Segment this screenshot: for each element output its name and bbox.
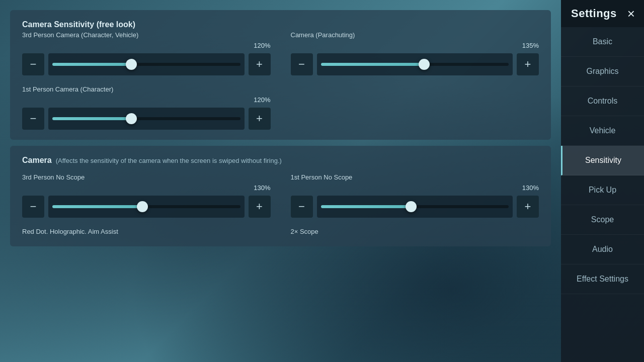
slider-label-1st-person: 1st Person Camera (Character): [22, 85, 271, 93]
sidebar-item-pickup[interactable]: Pick Up: [561, 175, 644, 205]
slider-fill-1st-no-scope: [321, 205, 411, 208]
sidebar-item-basic[interactable]: Basic: [561, 27, 644, 57]
empty-cell: [291, 85, 539, 130]
slider-label-1st-no-scope: 1st Person No Scope: [291, 173, 539, 181]
slider-track-container-parachuting[interactable]: [317, 53, 513, 75]
sidebar-header: Settings ×: [561, 0, 644, 27]
slider-group-1st-person: 1st Person Camera (Character) 120% − +: [22, 85, 271, 130]
slider-group-1st-no-scope: 1st Person No Scope 130% − +: [291, 173, 539, 218]
bottom-label-left: Red Dot. Holographic. Aim Assist: [22, 228, 271, 235]
slider-group-3rd-no-scope: 3rd Person No Scope 130% − +: [22, 173, 271, 218]
slider-label-parachuting: Camera (Parachuting): [291, 31, 539, 39]
slider-group-3rd-person: 3rd Person Camera (Character, Vehicle) 1…: [22, 31, 271, 75]
slider-track-container-3rd-no-scope[interactable]: [48, 196, 245, 218]
slider-track-container-3rd-person[interactable]: [48, 53, 245, 75]
slider-track-container-1st-no-scope[interactable]: [317, 196, 513, 218]
slider-track-container-1st-person[interactable]: [48, 108, 245, 130]
slider-thumb-3rd-person[interactable]: [126, 59, 137, 70]
slider-increment-1st-person[interactable]: +: [249, 108, 271, 130]
camera-card: Camera (Affects the sensitivity of the c…: [10, 146, 551, 246]
content-area: Camera Sensitivity (free look) 3rd Perso…: [0, 0, 561, 362]
sidebar-item-effect-settings[interactable]: Effect Settings: [561, 264, 644, 294]
slider-row-1st-no-scope: − +: [291, 196, 539, 218]
slider-fill-1st-person: [52, 117, 131, 120]
card2-header: Camera (Affects the sensitivity of the c…: [22, 156, 539, 172]
slider-thumb-parachuting[interactable]: [419, 59, 430, 70]
slider-value-1st-no-scope: 130%: [291, 184, 539, 192]
slider-value-3rd-person: 120%: [22, 42, 271, 49]
slider-fill-3rd-no-scope: [52, 205, 142, 208]
slider-track-1st-no-scope: [321, 205, 509, 208]
card2-sliders-grid: 3rd Person No Scope 130% − +: [22, 173, 539, 236]
camera-sensitivity-card: Camera Sensitivity (free look) 3rd Perso…: [10, 10, 551, 140]
slider-value-parachuting: 135%: [291, 42, 539, 49]
slider-increment-1st-no-scope[interactable]: +: [517, 196, 539, 218]
card2-subtitle: (Affects the sensitivity of the camera w…: [56, 157, 282, 164]
slider-row-3rd-person: − +: [22, 53, 271, 75]
slider-increment-3rd-person[interactable]: +: [249, 53, 271, 75]
sidebar-item-vehicle[interactable]: Vehicle: [561, 116, 644, 146]
card1-title: Camera Sensitivity (free look): [22, 20, 539, 29]
slider-fill-3rd-person: [52, 63, 131, 66]
card2-title: Camera: [22, 156, 52, 165]
slider-thumb-1st-no-scope[interactable]: [406, 201, 417, 212]
nav-items: Basic Graphics Controls Vehicle Sensitiv…: [561, 27, 644, 362]
slider-decrement-1st-person[interactable]: −: [22, 108, 44, 130]
slider-increment-3rd-no-scope[interactable]: +: [249, 196, 271, 218]
slider-decrement-3rd-person[interactable]: −: [22, 53, 44, 75]
slider-track-1st-person: [52, 117, 240, 120]
slider-thumb-3rd-no-scope[interactable]: [137, 201, 148, 212]
slider-track-parachuting: [321, 63, 509, 66]
sidebar: Settings × Basic Graphics Controls Vehic…: [561, 0, 644, 362]
slider-row-parachuting: − +: [291, 53, 539, 75]
bottom-label-right: 2× Scope: [291, 228, 539, 235]
close-button[interactable]: ×: [626, 6, 636, 21]
card1-sliders-grid: 3rd Person Camera (Character, Vehicle) 1…: [22, 31, 539, 130]
sidebar-title: Settings: [571, 7, 617, 20]
sidebar-item-controls[interactable]: Controls: [561, 86, 644, 116]
slider-row-1st-person: − +: [22, 108, 271, 130]
slider-label-3rd-no-scope: 3rd Person No Scope: [22, 173, 271, 181]
slider-label-3rd-person: 3rd Person Camera (Character, Vehicle): [22, 31, 271, 39]
slider-increment-parachuting[interactable]: +: [517, 53, 539, 75]
slider-row-3rd-no-scope: − +: [22, 196, 271, 218]
sidebar-item-graphics[interactable]: Graphics: [561, 57, 644, 86]
slider-decrement-3rd-no-scope[interactable]: −: [22, 196, 44, 218]
sidebar-item-sensitivity[interactable]: Sensitivity: [561, 146, 644, 175]
slider-fill-parachuting: [321, 63, 424, 66]
slider-value-1st-person: 120%: [22, 96, 271, 104]
slider-track-3rd-no-scope: [52, 205, 240, 208]
slider-thumb-1st-person[interactable]: [126, 113, 137, 124]
slider-decrement-parachuting[interactable]: −: [291, 53, 313, 75]
slider-group-parachuting: Camera (Parachuting) 135% − +: [291, 31, 539, 75]
slider-track-3rd-person: [52, 63, 240, 66]
sidebar-item-scope[interactable]: Scope: [561, 205, 644, 235]
sidebar-item-audio[interactable]: Audio: [561, 235, 644, 264]
slider-decrement-1st-no-scope[interactable]: −: [291, 196, 313, 218]
slider-value-3rd-no-scope: 130%: [22, 184, 271, 192]
main-layout: Camera Sensitivity (free look) 3rd Perso…: [0, 0, 644, 362]
